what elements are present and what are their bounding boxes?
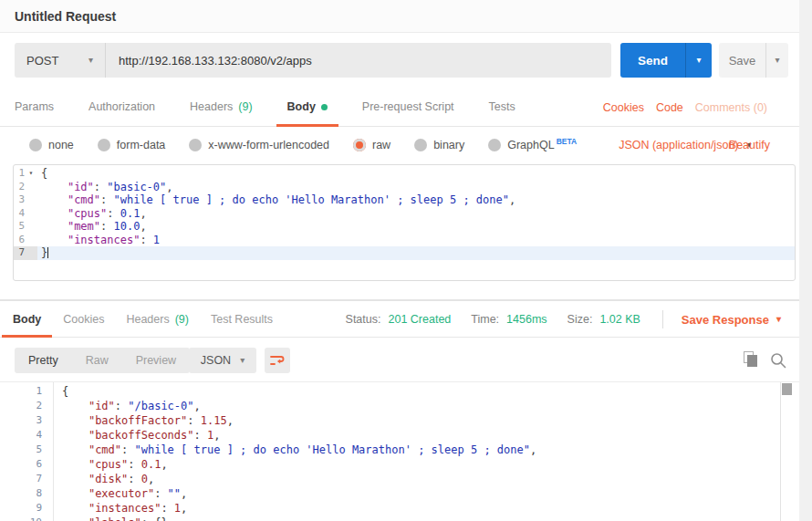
tab-headers[interactable]: Headers (9) xyxy=(190,88,253,127)
request-tab-links: Cookies Code Comments (0) xyxy=(603,88,767,127)
code-line[interactable]: 2 "id": "basic-0", xyxy=(14,181,795,194)
send-button[interactable]: Send ▾ xyxy=(620,43,712,78)
code-line[interactable]: 3 "cmd": "while [ true ] ; do echo 'Hell… xyxy=(14,193,795,207)
response-format-select[interactable]: JSON ▾ xyxy=(189,348,256,373)
code-text: "backoffFactor": 1.15, xyxy=(42,413,799,428)
code-line: 9 "instances": 1, xyxy=(0,501,799,516)
response-tabs: Body Cookies Headers (9) Test Results St… xyxy=(0,301,799,338)
radio-icon xyxy=(488,139,501,151)
fold-arrow-icon[interactable]: ▾ xyxy=(25,167,37,181)
url-bar: POST ▾ xyxy=(15,43,611,78)
radio-urlencoded[interactable]: x-www-form-urlencoded xyxy=(189,139,329,151)
line-number: 9 xyxy=(0,501,42,516)
copy-response-button[interactable] xyxy=(744,351,760,370)
tab-body[interactable]: Body xyxy=(287,88,328,127)
radio-none[interactable]: none xyxy=(29,139,74,151)
method-value: POST xyxy=(26,54,58,68)
code-text: "mem": 10.0, xyxy=(37,220,795,234)
request-body-editor[interactable]: 1▾{2 "id": "basic-0",3 "cmd": "while [ t… xyxy=(13,164,796,281)
cookies-link[interactable]: Cookies xyxy=(603,101,644,114)
time-label: Time: xyxy=(471,313,499,326)
view-preview-button[interactable]: Preview xyxy=(122,348,190,373)
main-scrollbar-track[interactable] xyxy=(799,0,812,521)
request-title: Untitled Request xyxy=(0,0,799,33)
save-options-button[interactable]: ▾ xyxy=(765,43,788,78)
time-value: 1456ms xyxy=(506,313,547,326)
status-value: 201 Created xyxy=(388,313,451,326)
code-text: "executor": "", xyxy=(42,486,799,501)
tab-params[interactable]: Params xyxy=(15,88,54,127)
response-tab-headers[interactable]: Headers (9) xyxy=(126,301,189,338)
line-number: 7 xyxy=(14,246,25,260)
code-text: "disk": 0, xyxy=(42,472,799,486)
body-type-row: none form-data x-www-form-urlencoded raw… xyxy=(0,127,799,162)
tab-authorization[interactable]: Authorization xyxy=(88,88,155,127)
chevron-down-icon: ▾ xyxy=(776,315,781,324)
code-line: 5 "cmd": "while [ true ] ; do echo 'Hell… xyxy=(0,443,799,457)
code-text: { xyxy=(42,384,799,399)
search-response-button[interactable] xyxy=(769,351,787,370)
radio-binary[interactable]: binary xyxy=(414,139,464,151)
chevron-down-icon: ▾ xyxy=(696,56,701,65)
code-line[interactable]: 7} xyxy=(14,246,795,260)
code-text: "instances": 1 xyxy=(37,234,795,247)
view-pretty-button[interactable]: Pretty xyxy=(15,348,72,373)
fold-spacer xyxy=(25,246,37,260)
line-number: 3 xyxy=(14,193,25,207)
postman-window: Untitled Request POST ▾ Send ▾ Save ▾ Pa… xyxy=(0,0,812,521)
size-value: 1.02 KB xyxy=(599,313,640,326)
code-line: 1{ xyxy=(0,384,799,399)
code-link[interactable]: Code xyxy=(656,101,683,114)
code-line[interactable]: 4 "cpus": 0.1, xyxy=(14,207,795,221)
response-status-bar: Status: 201 Created Time: 1456ms Size: 1… xyxy=(346,301,781,338)
code-line: 10 "labels": {} xyxy=(0,516,799,521)
radio-graphql[interactable]: GraphQLBETA xyxy=(488,137,577,151)
code-text: "cmd": "while [ true ] ; do echo 'Hello … xyxy=(37,193,795,207)
code-line[interactable]: 1▾{ xyxy=(14,167,795,181)
response-tab-body[interactable]: Body xyxy=(13,301,41,338)
save-button[interactable]: Save ▾ xyxy=(719,43,788,78)
beautify-link[interactable]: Beautify xyxy=(729,139,770,151)
chevron-down-icon: ▾ xyxy=(240,356,245,365)
view-raw-button[interactable]: Raw xyxy=(72,348,122,373)
line-number: 7 xyxy=(0,472,42,486)
line-number: 5 xyxy=(0,443,42,457)
code-text: } xyxy=(37,246,795,260)
response-scrollbar-thumb[interactable] xyxy=(782,383,792,395)
radio-icon xyxy=(414,139,427,151)
tab-tests[interactable]: Tests xyxy=(489,88,515,127)
comments-link[interactable]: Comments (0) xyxy=(695,101,767,114)
response-body-viewer[interactable]: 1{2 "id": "/basic-0",3 "backoffFactor": … xyxy=(0,381,799,521)
method-select[interactable]: POST ▾ xyxy=(15,43,106,78)
response-tab-test-results[interactable]: Test Results xyxy=(211,301,273,338)
fold-spacer xyxy=(25,207,37,221)
radio-raw[interactable]: raw xyxy=(353,139,390,151)
code-line[interactable]: 6 "instances": 1 xyxy=(14,234,795,247)
response-headers-count: (9) xyxy=(175,313,189,326)
code-line: 7 "disk": 0, xyxy=(0,472,799,486)
tab-prerequest-script[interactable]: Pre-request Script xyxy=(362,88,454,127)
line-number: 6 xyxy=(0,457,42,472)
save-response-button[interactable]: Save Response ▾ xyxy=(682,313,781,327)
code-text: "cpus": 0.1, xyxy=(42,457,799,472)
code-text: "id": "basic-0", xyxy=(37,181,795,194)
radio-form-data[interactable]: form-data xyxy=(98,139,166,151)
size-label: Size: xyxy=(567,313,593,326)
beta-badge: BETA xyxy=(557,137,578,146)
line-number: 5 xyxy=(14,220,25,234)
wrap-lines-button[interactable] xyxy=(265,348,290,373)
body-content-dot xyxy=(321,104,328,110)
code-line: 4 "backoffSeconds": 1, xyxy=(0,428,799,443)
chevron-down-icon: ▾ xyxy=(88,56,93,65)
line-number: 6 xyxy=(14,234,25,247)
line-number: 2 xyxy=(14,181,25,194)
code-text: "cpus": 0.1, xyxy=(37,207,795,221)
url-input[interactable] xyxy=(106,43,611,78)
line-number: 1 xyxy=(0,384,42,399)
send-options-button[interactable]: ▾ xyxy=(685,43,712,78)
fold-spacer xyxy=(25,193,37,207)
code-line[interactable]: 5 "mem": 10.0, xyxy=(14,220,795,234)
divider xyxy=(662,310,663,328)
radio-icon xyxy=(29,139,42,151)
response-tab-cookies[interactable]: Cookies xyxy=(63,301,104,338)
